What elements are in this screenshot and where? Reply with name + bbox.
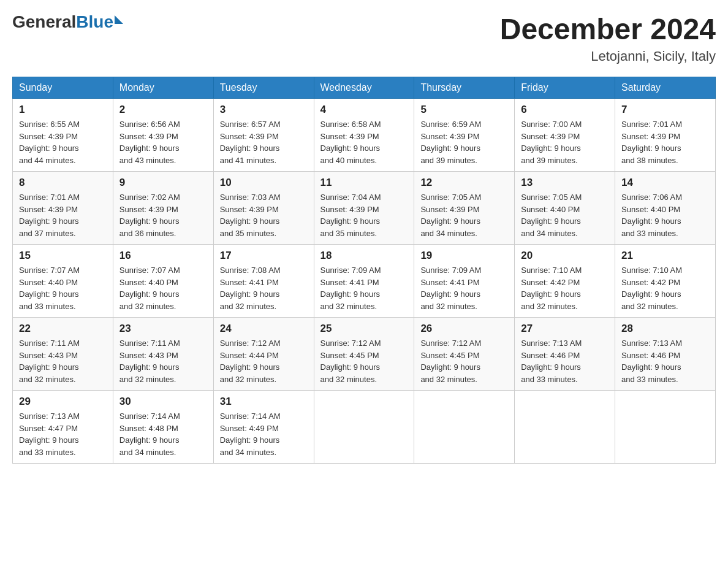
day-number: 21 xyxy=(621,250,709,262)
day-number: 16 xyxy=(119,250,207,262)
day-info: Sunrise: 7:12 AMSunset: 4:44 PMDaylight:… xyxy=(220,337,308,385)
day-info: Sunrise: 7:10 AMSunset: 4:42 PMDaylight:… xyxy=(621,264,709,312)
table-row: 16Sunrise: 7:07 AMSunset: 4:40 PMDayligh… xyxy=(113,245,213,318)
day-info: Sunrise: 7:07 AMSunset: 4:40 PMDaylight:… xyxy=(19,264,107,312)
table-row: 18Sunrise: 7:09 AMSunset: 4:41 PMDayligh… xyxy=(314,245,414,318)
table-row: 1Sunrise: 6:55 AMSunset: 4:39 PMDaylight… xyxy=(13,99,113,172)
day-info: Sunrise: 6:57 AMSunset: 4:39 PMDaylight:… xyxy=(220,118,308,166)
day-info: Sunrise: 7:05 AMSunset: 4:39 PMDaylight:… xyxy=(420,191,508,239)
table-row: 26Sunrise: 7:12 AMSunset: 4:45 PMDayligh… xyxy=(414,318,515,391)
table-row: 7Sunrise: 7:01 AMSunset: 4:39 PMDaylight… xyxy=(615,99,716,172)
day-info: Sunrise: 7:01 AMSunset: 4:39 PMDaylight:… xyxy=(621,118,709,166)
logo-blue-text: Blue xyxy=(76,12,113,32)
day-number: 6 xyxy=(521,104,609,116)
header-wednesday: Wednesday xyxy=(314,77,414,99)
header-sunday: Sunday xyxy=(13,77,113,99)
calendar-week-4: 22Sunrise: 7:11 AMSunset: 4:43 PMDayligh… xyxy=(13,318,716,391)
day-number: 11 xyxy=(320,177,408,189)
table-row: 15Sunrise: 7:07 AMSunset: 4:40 PMDayligh… xyxy=(13,245,113,318)
header-saturday: Saturday xyxy=(615,77,716,99)
table-row: 25Sunrise: 7:12 AMSunset: 4:45 PMDayligh… xyxy=(314,318,414,391)
table-row: 21Sunrise: 7:10 AMSunset: 4:42 PMDayligh… xyxy=(615,245,716,318)
day-number: 23 xyxy=(119,323,207,335)
day-info: Sunrise: 7:12 AMSunset: 4:45 PMDaylight:… xyxy=(320,337,408,385)
table-row: 3Sunrise: 6:57 AMSunset: 4:39 PMDaylight… xyxy=(213,99,314,172)
day-info: Sunrise: 7:05 AMSunset: 4:40 PMDaylight:… xyxy=(521,191,609,239)
table-row: 9Sunrise: 7:02 AMSunset: 4:39 PMDaylight… xyxy=(113,172,213,245)
day-info: Sunrise: 7:11 AMSunset: 4:43 PMDaylight:… xyxy=(119,337,207,385)
table-row: 28Sunrise: 7:13 AMSunset: 4:46 PMDayligh… xyxy=(615,318,716,391)
table-row: 27Sunrise: 7:13 AMSunset: 4:46 PMDayligh… xyxy=(515,318,615,391)
table-row: 31Sunrise: 7:14 AMSunset: 4:49 PMDayligh… xyxy=(213,391,314,464)
table-row: 13Sunrise: 7:05 AMSunset: 4:40 PMDayligh… xyxy=(515,172,615,245)
location-text: Letojanni, Sicily, Italy xyxy=(500,48,716,64)
day-info: Sunrise: 7:09 AMSunset: 4:41 PMDaylight:… xyxy=(320,264,408,312)
day-number: 28 xyxy=(621,323,709,335)
day-number: 7 xyxy=(621,104,709,116)
day-info: Sunrise: 7:13 AMSunset: 4:47 PMDaylight:… xyxy=(19,410,107,458)
logo: General Blue xyxy=(12,12,123,32)
day-number: 4 xyxy=(320,104,408,116)
month-title: December 2024 xyxy=(500,12,716,46)
day-number: 25 xyxy=(320,323,408,335)
table-row: 6Sunrise: 7:00 AMSunset: 4:39 PMDaylight… xyxy=(515,99,615,172)
page-header: General Blue December 2024 Letojanni, Si… xyxy=(12,12,716,64)
table-row xyxy=(414,391,515,464)
day-number: 29 xyxy=(19,396,107,408)
calendar-week-5: 29Sunrise: 7:13 AMSunset: 4:47 PMDayligh… xyxy=(13,391,716,464)
table-row: 8Sunrise: 7:01 AMSunset: 4:39 PMDaylight… xyxy=(13,172,113,245)
day-number: 20 xyxy=(521,250,609,262)
day-number: 10 xyxy=(220,177,308,189)
day-number: 13 xyxy=(521,177,609,189)
table-row: 14Sunrise: 7:06 AMSunset: 4:40 PMDayligh… xyxy=(615,172,716,245)
header-tuesday: Tuesday xyxy=(213,77,314,99)
day-info: Sunrise: 6:58 AMSunset: 4:39 PMDaylight:… xyxy=(320,118,408,166)
day-info: Sunrise: 7:04 AMSunset: 4:39 PMDaylight:… xyxy=(320,191,408,239)
day-number: 31 xyxy=(220,396,308,408)
table-row: 5Sunrise: 6:59 AMSunset: 4:39 PMDaylight… xyxy=(414,99,515,172)
day-number: 3 xyxy=(220,104,308,116)
table-row: 2Sunrise: 6:56 AMSunset: 4:39 PMDaylight… xyxy=(113,99,213,172)
logo-triangle-icon xyxy=(115,15,123,24)
table-row: 10Sunrise: 7:03 AMSunset: 4:39 PMDayligh… xyxy=(213,172,314,245)
day-info: Sunrise: 7:01 AMSunset: 4:39 PMDaylight:… xyxy=(19,191,107,239)
table-row xyxy=(314,391,414,464)
table-row: 22Sunrise: 7:11 AMSunset: 4:43 PMDayligh… xyxy=(13,318,113,391)
day-info: Sunrise: 7:14 AMSunset: 4:49 PMDaylight:… xyxy=(220,410,308,458)
calendar-week-2: 8Sunrise: 7:01 AMSunset: 4:39 PMDaylight… xyxy=(13,172,716,245)
table-row: 19Sunrise: 7:09 AMSunset: 4:41 PMDayligh… xyxy=(414,245,515,318)
calendar-table: Sunday Monday Tuesday Wednesday Thursday… xyxy=(12,77,716,464)
table-row: 17Sunrise: 7:08 AMSunset: 4:41 PMDayligh… xyxy=(213,245,314,318)
table-row: 4Sunrise: 6:58 AMSunset: 4:39 PMDaylight… xyxy=(314,99,414,172)
header-monday: Monday xyxy=(113,77,213,99)
day-info: Sunrise: 6:59 AMSunset: 4:39 PMDaylight:… xyxy=(420,118,508,166)
calendar-week-1: 1Sunrise: 6:55 AMSunset: 4:39 PMDaylight… xyxy=(13,99,716,172)
day-number: 9 xyxy=(119,177,207,189)
day-number: 1 xyxy=(19,104,107,116)
day-number: 18 xyxy=(320,250,408,262)
day-number: 14 xyxy=(621,177,709,189)
day-number: 19 xyxy=(420,250,508,262)
day-number: 22 xyxy=(19,323,107,335)
day-number: 26 xyxy=(420,323,508,335)
day-info: Sunrise: 7:00 AMSunset: 4:39 PMDaylight:… xyxy=(521,118,609,166)
day-info: Sunrise: 7:12 AMSunset: 4:45 PMDaylight:… xyxy=(420,337,508,385)
table-row: 12Sunrise: 7:05 AMSunset: 4:39 PMDayligh… xyxy=(414,172,515,245)
day-info: Sunrise: 7:02 AMSunset: 4:39 PMDaylight:… xyxy=(119,191,207,239)
title-section: December 2024 Letojanni, Sicily, Italy xyxy=(500,12,716,64)
table-row: 24Sunrise: 7:12 AMSunset: 4:44 PMDayligh… xyxy=(213,318,314,391)
day-number: 5 xyxy=(420,104,508,116)
table-row: 23Sunrise: 7:11 AMSunset: 4:43 PMDayligh… xyxy=(113,318,213,391)
table-row: 29Sunrise: 7:13 AMSunset: 4:47 PMDayligh… xyxy=(13,391,113,464)
day-info: Sunrise: 7:11 AMSunset: 4:43 PMDaylight:… xyxy=(19,337,107,385)
day-info: Sunrise: 7:03 AMSunset: 4:39 PMDaylight:… xyxy=(220,191,308,239)
day-number: 12 xyxy=(420,177,508,189)
calendar-week-3: 15Sunrise: 7:07 AMSunset: 4:40 PMDayligh… xyxy=(13,245,716,318)
table-row xyxy=(515,391,615,464)
day-info: Sunrise: 7:09 AMSunset: 4:41 PMDaylight:… xyxy=(420,264,508,312)
table-row xyxy=(615,391,716,464)
day-info: Sunrise: 7:13 AMSunset: 4:46 PMDaylight:… xyxy=(621,337,709,385)
day-info: Sunrise: 7:10 AMSunset: 4:42 PMDaylight:… xyxy=(521,264,609,312)
day-number: 17 xyxy=(220,250,308,262)
day-info: Sunrise: 7:08 AMSunset: 4:41 PMDaylight:… xyxy=(220,264,308,312)
